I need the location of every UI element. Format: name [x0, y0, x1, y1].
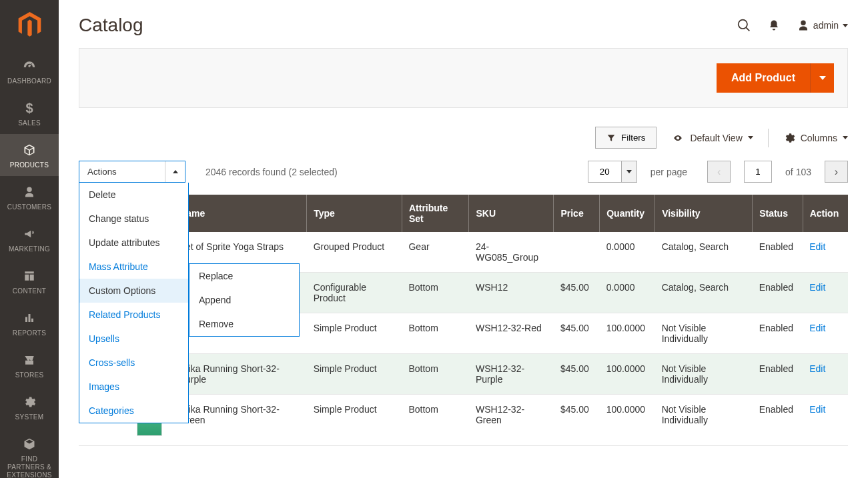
cell-status: Enabled	[753, 273, 803, 313]
actions-left: Actions 2046 records found (2 selected) …	[79, 161, 338, 183]
edit-link[interactable]: Edit	[809, 241, 825, 252]
funnel-icon	[606, 133, 616, 143]
bulk-actions-dropdown[interactable]: Actions	[79, 161, 185, 183]
cell-status: Enabled	[753, 232, 803, 273]
action-categories[interactable]: Categories	[79, 399, 188, 423]
page-current-input[interactable]	[744, 161, 772, 183]
grid-toolbar: Filters Default View Columns	[79, 127, 848, 149]
nav-customers[interactable]: CUSTOMERS	[0, 176, 59, 218]
cell-qty: 0.0000	[600, 273, 655, 313]
grid-header-row: ail Name Type Attribute Set SKU Price Qu…	[79, 195, 848, 232]
nav-sales[interactable]: $ SALES	[0, 92, 59, 134]
chevron-down-icon	[843, 24, 848, 27]
columns-dropdown[interactable]: Columns	[783, 132, 848, 144]
user-name: admin	[813, 20, 839, 31]
person-icon	[797, 19, 809, 31]
page-prev-button[interactable]: ‹	[707, 161, 731, 183]
table-row: Erika Running Short-32-Purple Simple Pro…	[79, 354, 848, 395]
person-icon	[23, 184, 35, 200]
bulk-actions-menu: Delete Change status Update attributes M…	[79, 183, 189, 423]
col-status[interactable]: Status	[753, 195, 803, 232]
cell-sku: WSH12-32-Purple	[469, 354, 554, 395]
submenu-replace[interactable]: Replace	[189, 264, 299, 288]
edit-link[interactable]: Edit	[809, 404, 825, 415]
eye-icon	[671, 133, 685, 143]
divider	[768, 129, 769, 147]
cell-sku: WSH12	[469, 273, 554, 313]
page-title: Catalog	[79, 15, 143, 36]
search-icon[interactable]	[737, 19, 751, 32]
edit-link[interactable]: Edit	[809, 282, 825, 293]
col-price[interactable]: Price	[554, 195, 600, 232]
action-related-products[interactable]: Related Products	[79, 303, 188, 327]
action-update-attributes[interactable]: Update attributes	[79, 231, 188, 255]
grid-actions-row: Actions 2046 records found (2 selected) …	[79, 161, 848, 183]
pagination-controls: per page ‹ of 103 ›	[588, 161, 848, 183]
gear-icon	[783, 132, 795, 144]
nav-list: DASHBOARD $ SALES PRODUCTS CUSTOMERS MAR…	[0, 50, 59, 478]
col-type[interactable]: Type	[307, 195, 402, 232]
page-next-button[interactable]: ›	[825, 161, 848, 183]
action-images[interactable]: Images	[79, 375, 188, 399]
action-cross-sells[interactable]: Cross-sells	[79, 351, 188, 375]
cell-attr: Gear	[402, 232, 469, 273]
nav-marketing[interactable]: MARKETING	[0, 218, 59, 260]
storefront-icon	[22, 352, 37, 368]
chevron-down-icon	[626, 170, 632, 173]
nav-find-partners[interactable]: FIND PARTNERS & EXTENSIONS	[0, 428, 59, 478]
header-tools: admin	[737, 19, 848, 32]
nav-reports[interactable]: REPORTS	[0, 302, 59, 344]
col-attribute-set[interactable]: Attribute Set	[402, 195, 469, 232]
cell-visibility: Not Visible Individually	[655, 395, 753, 446]
cell-status: Enabled	[753, 313, 803, 354]
cell-attr: Bottom	[402, 395, 469, 446]
nav-content[interactable]: CONTENT	[0, 260, 59, 302]
nav-products[interactable]: PRODUCTS	[0, 134, 59, 176]
add-product-toggle[interactable]	[810, 63, 834, 93]
col-name[interactable]: Name	[173, 195, 307, 232]
nav-dashboard[interactable]: DASHBOARD	[0, 50, 59, 92]
filters-button[interactable]: Filters	[595, 127, 657, 149]
actions-dropdown-label: Actions	[79, 167, 165, 177]
action-mass-attribute[interactable]: Mass Attribute	[79, 255, 188, 279]
main-content: Catalog admin Add Product Filters Defaul…	[59, 0, 868, 446]
box-icon	[22, 142, 37, 158]
cell-attr: Bottom	[402, 354, 469, 395]
partners-icon	[22, 436, 37, 452]
per-page-input[interactable]	[588, 161, 621, 183]
col-visibility[interactable]: Visibility	[655, 195, 753, 232]
account-menu[interactable]: admin	[797, 19, 848, 31]
add-product-split-button: Add Product	[717, 63, 834, 93]
cell-visibility: Catalog, Search	[655, 232, 753, 273]
col-action[interactable]: Action	[803, 195, 848, 232]
per-page-label: per page	[650, 167, 687, 177]
cell-visibility: Not Visible Individually	[655, 354, 753, 395]
layout-icon	[23, 268, 36, 284]
submenu-remove[interactable]: Remove	[189, 312, 299, 336]
default-view-dropdown[interactable]: Default View	[671, 133, 753, 143]
per-page-toggle[interactable]	[621, 161, 637, 183]
action-upsells[interactable]: Upsells	[79, 327, 188, 351]
nav-stores[interactable]: STORES	[0, 344, 59, 386]
bell-icon[interactable]	[768, 19, 780, 32]
cell-price: $45.00	[554, 395, 600, 446]
records-found-label: 2046 records found (2 selected)	[205, 167, 338, 177]
cell-type: Simple Product	[307, 313, 402, 354]
col-sku[interactable]: SKU	[469, 195, 554, 232]
gauge-icon	[22, 58, 37, 74]
page-total-label: of 103	[785, 167, 811, 177]
chevron-down-icon	[843, 136, 848, 139]
nav-system[interactable]: SYSTEM	[0, 386, 59, 428]
edit-link[interactable]: Edit	[809, 363, 825, 374]
action-custom-options[interactable]: Custom Options	[79, 279, 188, 303]
submenu-append[interactable]: Append	[189, 288, 299, 312]
action-change-status[interactable]: Change status	[79, 207, 188, 231]
edit-link[interactable]: Edit	[809, 323, 825, 333]
col-quantity[interactable]: Quantity	[600, 195, 655, 232]
add-product-button[interactable]: Add Product	[717, 63, 810, 93]
cell-name: Erika Running Short-32-Purple	[173, 354, 307, 395]
cell-status: Enabled	[753, 354, 803, 395]
magento-logo[interactable]	[0, 0, 59, 50]
cell-name: Erika Running Short-32-Green	[173, 395, 307, 446]
action-delete[interactable]: Delete	[79, 183, 188, 207]
